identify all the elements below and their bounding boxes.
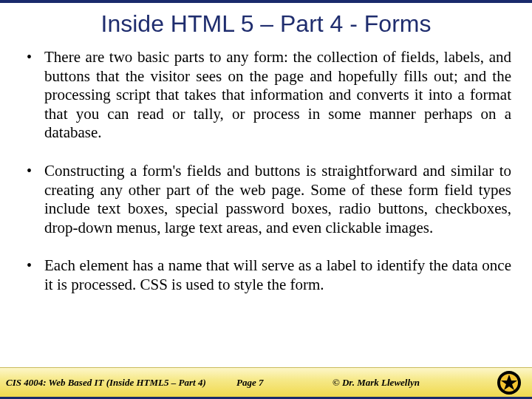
slide-footer: CIS 4004: Web Based IT (Inside HTML5 – P…: [0, 367, 532, 397]
slide-title: Inside HTML 5 – Part 4 - Forms: [0, 10, 532, 38]
bullet-list: There are two basic parts to any form: t…: [21, 48, 511, 295]
bullet-item: There are two basic parts to any form: t…: [21, 48, 511, 143]
slide-content: There are two basic parts to any form: t…: [0, 48, 532, 367]
bullet-item: Constructing a form's fields and buttons…: [21, 162, 511, 237]
ucf-logo-icon: [497, 370, 522, 395]
footer-author: © Dr. Mark Llewellyn: [332, 377, 466, 389]
bullet-item: Each element has a name that will serve …: [21, 256, 511, 294]
footer-course: CIS 4004: Web Based IT (Inside HTML5 – P…: [0, 377, 236, 389]
slide-container: Inside HTML 5 – Part 4 - Forms There are…: [0, 0, 532, 399]
footer-page: Page 7: [236, 377, 332, 389]
